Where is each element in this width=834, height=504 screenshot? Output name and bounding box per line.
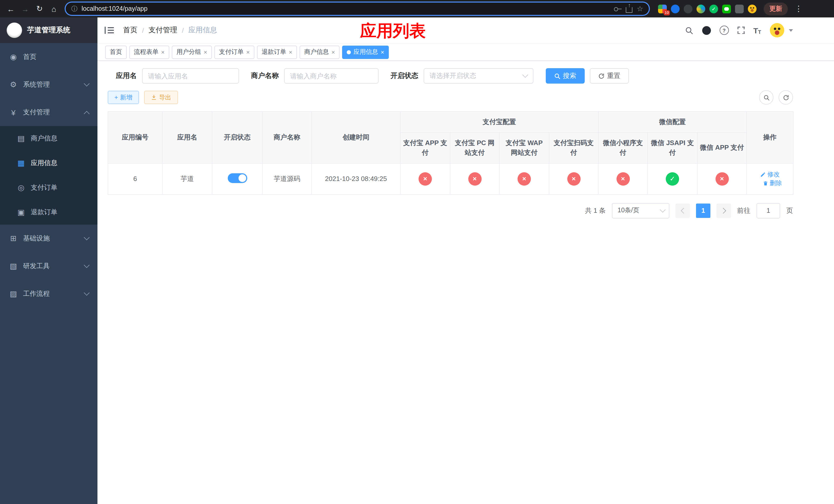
tab-close-icon[interactable]: × bbox=[161, 49, 164, 55]
prev-page-button[interactable] bbox=[676, 203, 690, 217]
sidebar-fold-icon[interactable] bbox=[105, 27, 114, 34]
page-content: 应用名 商户名称 开启状态 请选择开启状态 bbox=[97, 61, 834, 504]
sidebar-item-label: 系统管理 bbox=[23, 80, 50, 89]
wechat-jsapi-status-icon: ✓ bbox=[666, 172, 679, 185]
cell-app-id: 6 bbox=[108, 163, 162, 194]
sidebar-item-pay-orders[interactable]: ◎ 支付订单 bbox=[0, 175, 97, 200]
reload-icon[interactable]: ↻ bbox=[33, 2, 46, 15]
col-status: 开启状态 bbox=[212, 112, 262, 163]
wechat-app-status-icon: × bbox=[715, 172, 729, 185]
tab-close-icon[interactable]: × bbox=[380, 49, 384, 55]
status-select[interactable]: 请选择开启状态 bbox=[423, 68, 533, 84]
export-button[interactable]: 导出 bbox=[144, 91, 178, 104]
share-icon[interactable] bbox=[626, 7, 633, 13]
breadcrumb-payment[interactable]: 支付管理 bbox=[149, 26, 177, 35]
chevron-down-icon bbox=[84, 262, 90, 268]
goto-page-input[interactable] bbox=[756, 203, 780, 218]
tab-merchant-info[interactable]: 商户信息 × bbox=[300, 45, 339, 59]
font-size-small: T bbox=[758, 29, 761, 35]
fullscreen-icon[interactable] bbox=[737, 27, 745, 34]
tab-home[interactable]: 首页 bbox=[105, 45, 127, 59]
extension-avatar-icon[interactable] bbox=[697, 4, 705, 13]
extension-badge: 10 bbox=[663, 10, 670, 15]
font-size-icon[interactable]: TT bbox=[753, 26, 761, 35]
sidebar-item-infrastructure[interactable]: ⊞ 基础设施 bbox=[0, 225, 97, 252]
extension-drop-icon[interactable] bbox=[671, 4, 680, 13]
cell-created: 2021-10-23 08:49:25 bbox=[312, 163, 400, 194]
sidebar-item-merchant-info[interactable]: ▤ 商户信息 bbox=[0, 126, 97, 151]
home-icon[interactable]: ⌂ bbox=[47, 2, 61, 15]
extension-puzzle-icon[interactable] bbox=[735, 4, 744, 13]
search-button[interactable]: 搜索 bbox=[546, 68, 585, 84]
chevron-down-icon bbox=[84, 290, 90, 296]
alipay-app-status-icon: × bbox=[419, 172, 432, 185]
password-key-icon[interactable] bbox=[614, 6, 622, 12]
sidebar-item-label: 工作流程 bbox=[23, 289, 50, 298]
toggle-search-icon[interactable] bbox=[759, 90, 773, 105]
back-icon[interactable]: ← bbox=[4, 2, 18, 15]
sidebar-item-refund-orders[interactable]: ▣ 退款订单 bbox=[0, 200, 97, 225]
tab-label: 退款订单 bbox=[262, 48, 286, 56]
chevron-down-icon bbox=[84, 234, 90, 240]
add-button[interactable]: + 新增 bbox=[108, 91, 139, 104]
extension-wechat-icon[interactable] bbox=[722, 4, 731, 13]
user-avatar[interactable] bbox=[770, 23, 784, 38]
sidebar-item-dev-tools[interactable]: ▧ 研发工具 bbox=[0, 252, 97, 280]
col-merchant: 商户名称 bbox=[262, 112, 312, 163]
browser-menu-icon[interactable]: ⋮ bbox=[792, 2, 805, 15]
tab-pay-orders[interactable]: 支付订单 × bbox=[214, 45, 255, 59]
col-wechat-app: 微信 APP 支付 bbox=[697, 132, 747, 163]
tab-process-form[interactable]: 流程表单 × bbox=[129, 45, 169, 59]
page-size-select[interactable]: 10条/页 bbox=[612, 203, 670, 218]
tab-user-group[interactable]: 用户分组 × bbox=[172, 45, 212, 59]
browser-extensions: 10 ✓ bbox=[656, 4, 759, 13]
tab-app-info[interactable]: 应用信息 × bbox=[342, 45, 389, 59]
tab-close-icon[interactable]: × bbox=[246, 49, 250, 55]
sidebar-item-app-info[interactable]: ▦ 应用信息 bbox=[0, 151, 97, 175]
delete-button[interactable]: 删除 bbox=[763, 179, 782, 187]
tab-close-icon[interactable]: × bbox=[289, 49, 292, 55]
avatar-caret-down-icon[interactable] bbox=[789, 29, 793, 31]
tab-refund-orders[interactable]: 退款订单 × bbox=[257, 45, 297, 59]
app-name-input[interactable] bbox=[142, 68, 239, 84]
browser-update-button[interactable]: 更新 bbox=[764, 2, 788, 15]
filter-merchant-name: 商户名称 bbox=[251, 68, 378, 84]
edit-button[interactable]: 修改 bbox=[760, 170, 780, 179]
github-icon[interactable] bbox=[702, 26, 711, 35]
tab-close-icon[interactable]: × bbox=[331, 49, 335, 55]
breadcrumb-home[interactable]: 首页 bbox=[123, 26, 137, 35]
address-bar[interactable]: ⓘ localhost:1024/pay/app ☆ bbox=[66, 3, 649, 15]
chevron-left-icon bbox=[681, 208, 686, 213]
sidebar-item-label: 研发工具 bbox=[23, 261, 50, 271]
col-alipay-qr: 支付宝扫码支付 bbox=[549, 132, 598, 163]
bookmark-star-icon[interactable]: ☆ bbox=[637, 5, 643, 13]
alipay-wap-status-icon: × bbox=[518, 172, 531, 185]
merchant-name-input[interactable] bbox=[284, 68, 378, 84]
extension-emoji-icon[interactable] bbox=[748, 4, 756, 13]
sidebar-item-workflow[interactable]: ▨ 工作流程 bbox=[0, 280, 97, 307]
next-page-button[interactable] bbox=[717, 203, 731, 217]
forward-icon[interactable]: → bbox=[19, 2, 32, 15]
gear-icon: ⚙ bbox=[9, 80, 18, 89]
workflow-icon: ▨ bbox=[9, 289, 18, 298]
search-icon[interactable] bbox=[684, 26, 693, 35]
extension-check-icon[interactable]: ✓ bbox=[709, 4, 718, 13]
sidebar-item-payment[interactable]: ¥ 支付管理 bbox=[0, 98, 97, 126]
reset-button[interactable]: 重置 bbox=[590, 68, 629, 84]
current-page-button[interactable]: 1 bbox=[696, 203, 710, 217]
help-icon[interactable]: ? bbox=[719, 26, 729, 35]
app-logo[interactable]: 芋道管理系统 bbox=[0, 18, 97, 43]
refresh-icon[interactable] bbox=[778, 90, 793, 105]
tab-close-icon[interactable]: × bbox=[204, 49, 207, 55]
sidebar-item-home[interactable]: ◉ 首页 bbox=[0, 43, 97, 71]
status-toggle[interactable] bbox=[227, 173, 247, 183]
extensions-grid-icon[interactable]: 10 bbox=[658, 4, 667, 13]
extension-dark-circle-icon[interactable] bbox=[684, 4, 693, 13]
tab-label: 首页 bbox=[110, 48, 122, 56]
table-mini-actions bbox=[759, 90, 793, 105]
sidebar-item-system[interactable]: ⚙ 系统管理 bbox=[0, 71, 97, 98]
navbar-actions: ? TT bbox=[684, 23, 793, 38]
alipay-qr-status-icon: × bbox=[567, 172, 580, 185]
site-info-icon[interactable]: ⓘ bbox=[71, 4, 78, 13]
filter-status: 开启状态 请选择开启状态 bbox=[391, 68, 533, 84]
